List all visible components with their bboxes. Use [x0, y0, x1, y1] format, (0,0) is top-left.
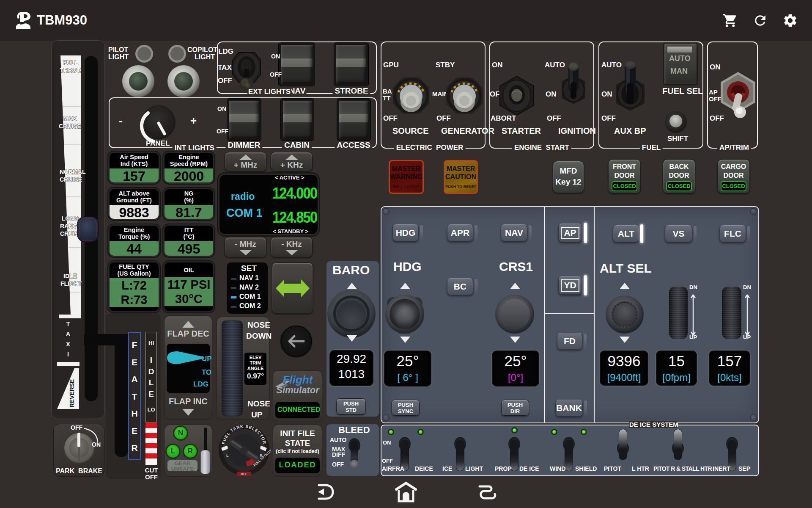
svg-text:OFF: OFF [241, 472, 247, 476]
svg-text:REVERSE: REVERSE [69, 379, 75, 408]
